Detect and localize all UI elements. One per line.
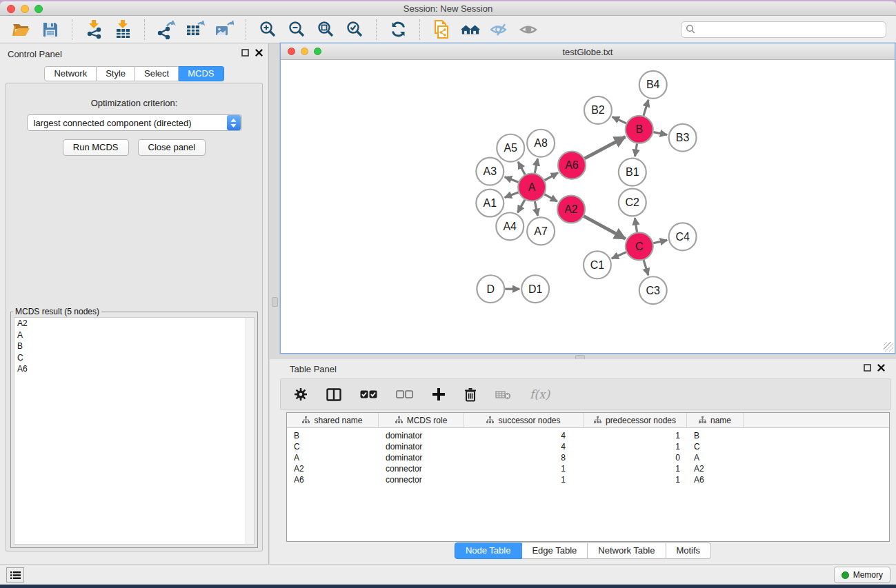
tab-select[interactable]: Select [135,66,179,81]
table-tab-network-table[interactable]: Network Table [588,543,666,559]
table-cell[interactable]: 1 [584,431,687,440]
table-cell[interactable]: B [687,431,744,440]
table-tab-motifs[interactable]: Motifs [666,543,711,559]
table-cell[interactable]: C [287,442,379,452]
task-history-button[interactable] [6,567,24,582]
columns-icon[interactable] [326,388,341,401]
close-panel-icon[interactable] [877,364,885,372]
table-cell[interactable]: dominator [379,431,464,440]
table-cell[interactable]: 1 [584,475,687,485]
table-cell[interactable]: A [287,453,379,463]
table-row[interactable]: Adominator80A [287,452,889,463]
table-tab-node-table[interactable]: Node Table [455,543,522,559]
column-header-name[interactable]: name [687,413,744,427]
column-header-successor-nodes[interactable]: successor nodes [464,413,584,427]
export-image-icon[interactable] [214,19,235,40]
table-cell[interactable]: A [687,453,744,463]
graph-edge-A-A2[interactable] [544,194,557,201]
column-header-predecessor-nodes[interactable]: predecessor nodes [584,413,687,427]
tab-network[interactable]: Network [44,66,97,81]
gear-icon[interactable] [294,387,308,401]
function-builder-icon[interactable]: f(x) [530,387,550,401]
table-cell[interactable]: 8 [464,453,584,463]
graph-edge-C-C1[interactable] [612,252,626,258]
graph-edge-A6-B[interactable] [585,137,626,159]
table-cell[interactable]: A2 [287,464,379,474]
result-item[interactable]: A6 [14,363,254,375]
search-input[interactable] [681,21,886,38]
split-divider-handle[interactable] [272,297,278,307]
select-all-icon[interactable] [360,390,377,398]
table-cell[interactable]: 1 [464,475,584,485]
table-cell[interactable]: A6 [687,475,744,485]
result-item[interactable]: A2 [14,318,254,330]
zoom-selected-icon[interactable] [344,19,365,40]
graph-edge-A-A6[interactable] [544,173,557,181]
graph-edge-B-B1[interactable] [635,143,637,156]
table-cell[interactable]: 1 [464,464,584,474]
graph-edge-A-A4[interactable] [517,200,524,213]
run-mcds-button[interactable]: Run MCDS [63,139,129,156]
tab-mcds[interactable]: MCDS [179,66,223,81]
graph-edge-A-A8[interactable] [535,159,537,173]
graph-edge-B-B3[interactable] [653,132,667,135]
tab-style[interactable]: Style [97,66,135,81]
column-header-MCDS-role[interactable]: MCDS role [379,413,464,427]
table-cell[interactable]: connector [379,475,464,485]
import-network-icon[interactable] [83,19,104,40]
table-cell[interactable]: C [687,442,744,452]
table-cell[interactable]: 1 [584,442,687,452]
network-canvas[interactable]: B4B2BB3A8A5A6A3B1AA1C2A2A4A7C4CC1DD1C3 [281,61,895,353]
zoom-in-icon[interactable] [257,19,278,40]
graph-edge-A-A5[interactable] [518,162,525,174]
deselect-all-icon[interactable] [396,390,413,398]
graph-edge-A-A3[interactable] [505,177,519,182]
table-row[interactable]: A2connector11A2 [287,463,889,474]
float-panel-icon[interactable] [864,364,871,372]
table-row[interactable]: A6connector11A6 [287,474,889,485]
zoom-out-icon[interactable] [286,19,307,40]
table-cell[interactable]: B [287,431,379,440]
table-cell[interactable]: A6 [287,475,379,485]
table-cell[interactable]: dominator [379,442,464,452]
open-session-icon[interactable] [11,19,32,40]
graph-edge-C-C3[interactable] [644,260,648,275]
optimization-criterion-dropdown[interactable]: largest connected component (directed) [27,114,242,131]
hide-selected-icon[interactable] [489,19,510,40]
delete-row-icon[interactable] [464,387,477,402]
table-tab-edge-table[interactable]: Edge Table [521,543,588,559]
graph-edge-B-B2[interactable] [613,117,626,123]
graph-edge-A-A7[interactable] [535,201,537,216]
table-cell[interactable]: 4 [464,431,584,440]
result-list-scrollbar[interactable] [246,318,254,544]
result-item[interactable]: B [14,341,254,352]
table-cell[interactable]: connector [379,464,464,474]
close-panel-icon[interactable] [255,49,263,57]
zoom-fit-icon[interactable] [315,19,336,40]
export-table-icon[interactable] [185,19,206,40]
table-cell[interactable]: 1 [584,464,687,474]
result-item[interactable]: A [14,330,254,341]
home-icon[interactable] [460,19,481,40]
table-cell[interactable]: dominator [379,453,464,463]
delete-table-icon[interactable] [495,389,511,400]
refresh-network-icon[interactable] [388,19,408,40]
graph-edge-A-A1[interactable] [505,192,519,197]
add-row-icon[interactable] [432,387,446,401]
graph-edge-A2-C[interactable] [584,216,625,239]
memory-button[interactable]: Memory [834,567,890,583]
table-cell[interactable]: A2 [687,464,744,474]
graph-edge-C-C2[interactable] [635,218,637,232]
table-row[interactable]: Bdominator41B [287,430,889,441]
table-cell[interactable]: 4 [464,442,584,452]
save-session-icon[interactable] [40,19,61,40]
duplicate-network-icon[interactable] [431,19,452,40]
show-hidden-icon[interactable] [518,19,539,40]
table-cell[interactable]: 0 [584,453,687,463]
column-header-shared-name[interactable]: shared name [287,413,379,427]
export-network-icon[interactable] [156,19,177,40]
graph-edge-C-C4[interactable] [653,240,667,243]
close-panel-button[interactable]: Close panel [138,139,206,156]
graph-edge-B-B4[interactable] [644,100,648,116]
resize-grip-icon[interactable] [884,342,893,352]
